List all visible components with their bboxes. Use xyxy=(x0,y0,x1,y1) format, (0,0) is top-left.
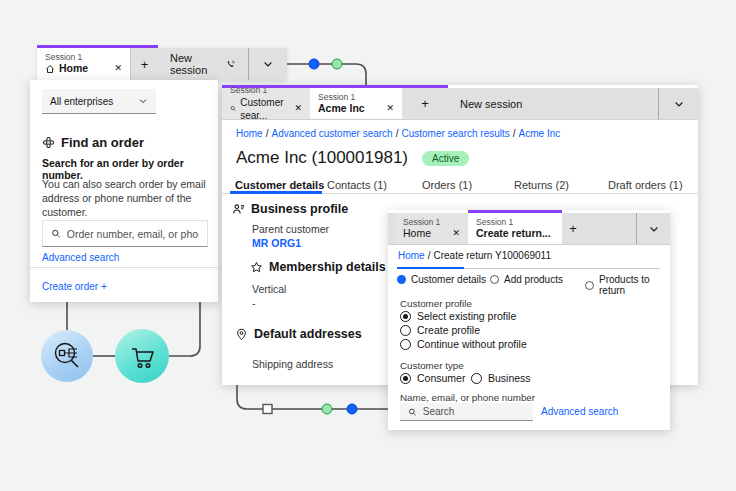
name-search-label: Name, email, or phone number xyxy=(400,392,535,403)
customer-profile-label: Customer profile xyxy=(400,298,472,309)
new-tab-button[interactable]: + xyxy=(562,213,584,244)
step-customer-details[interactable]: Customer details xyxy=(397,274,486,285)
step-label: Products to return xyxy=(599,274,670,296)
progress-line-current xyxy=(397,267,464,269)
radio-unselected-icon xyxy=(400,325,411,336)
advanced-search-link[interactable]: Advanced search xyxy=(541,406,618,417)
session-dropdown-button[interactable] xyxy=(636,213,670,244)
radio-label: Consumer xyxy=(417,372,465,384)
step-label: Add products xyxy=(504,274,563,285)
return-window-tabbar: Session 1 Home ✕ Session 1 Create return… xyxy=(388,213,670,245)
status-square xyxy=(263,405,272,414)
step-label: Customer details xyxy=(411,274,486,285)
customer-type-label: Customer type xyxy=(400,360,464,371)
tab-title: Home xyxy=(403,227,431,241)
tab-title: Create return... xyxy=(476,227,551,241)
close-tab-icon[interactable]: ✕ xyxy=(452,228,460,240)
radio-label: Select existing profile xyxy=(417,310,516,322)
app-canvas: Session 1 Home ✕ + New session All enter… xyxy=(0,0,736,491)
breadcrumb-current: Create return Y100069011 xyxy=(433,250,551,261)
session-label: Session 1 xyxy=(403,217,460,227)
radio-label: Continue without profile xyxy=(417,338,527,350)
radio-create-profile[interactable]: Create profile xyxy=(400,324,480,336)
radio-business[interactable]: Business xyxy=(471,372,531,384)
radio-consumer[interactable]: Consumer xyxy=(400,372,465,384)
tab-session-home[interactable]: Session 1 Home ✕ xyxy=(395,213,468,244)
step-todo-icon xyxy=(585,281,594,290)
create-return-window: Session 1 Home ✕ Session 1 Create return… xyxy=(388,210,670,430)
progress-line-todo xyxy=(464,268,660,269)
step-todo-icon xyxy=(490,275,499,284)
radio-unselected-icon xyxy=(471,373,482,384)
status-dot-blue xyxy=(347,404,357,414)
radio-selected-icon xyxy=(400,311,411,322)
status-dot-green xyxy=(322,404,332,414)
radio-selected-icon xyxy=(400,373,411,384)
step-current-icon xyxy=(397,275,406,284)
radio-select-existing-profile[interactable]: Select existing profile xyxy=(400,310,516,322)
chevron-down-icon xyxy=(648,223,660,235)
return-breadcrumb: Home/Create return Y100069011 xyxy=(398,250,551,261)
radio-label: Create profile xyxy=(417,324,480,336)
breadcrumb-link[interactable]: Home xyxy=(398,250,425,261)
radio-continue-without-profile[interactable]: Continue without profile xyxy=(400,338,527,350)
step-add-products[interactable]: Add products xyxy=(490,274,563,285)
radio-label: Business xyxy=(488,372,531,384)
step-products-to-return[interactable]: Products to return xyxy=(585,274,670,296)
return-search-input-wrap xyxy=(400,403,533,421)
search-icon xyxy=(408,407,417,417)
session-label: Session 1 xyxy=(476,217,554,227)
tab-session-create-return[interactable]: Session 1 Create return... xyxy=(468,213,562,244)
return-search-input[interactable] xyxy=(423,406,525,417)
radio-unselected-icon xyxy=(400,339,411,350)
